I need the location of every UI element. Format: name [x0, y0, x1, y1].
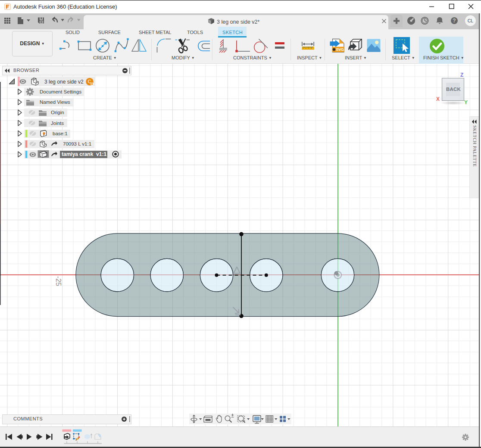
svg-text:-25: -25 — [55, 276, 62, 286]
svg-text:CL: CL — [468, 18, 474, 23]
svg-text:?: ? — [453, 18, 456, 24]
svg-text:C: C — [88, 79, 91, 84]
svg-text:SVG: SVG — [336, 47, 344, 52]
